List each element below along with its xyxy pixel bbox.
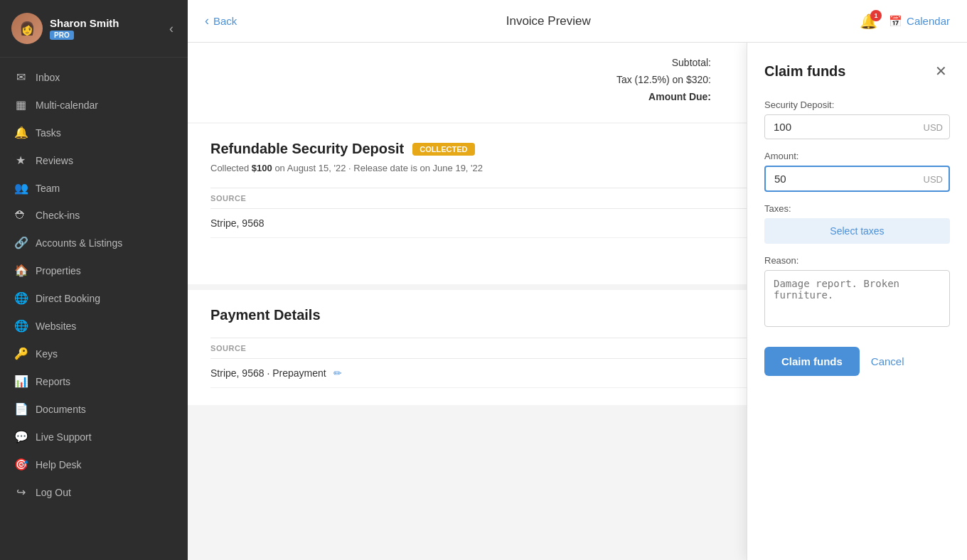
claim-panel-header: Claim funds ✕ [764, 60, 950, 82]
sidebar-item-reports[interactable]: 📊 Reports [0, 367, 188, 395]
back-label: Back [213, 15, 237, 27]
sidebar-item-label: Tasks [36, 127, 61, 139]
sidebar-item-check-ins[interactable]: ⛑ Check-ins [0, 202, 188, 229]
deposit-title: Refundable Security Deposit [210, 141, 404, 157]
reason-textarea[interactable] [764, 270, 950, 327]
calendar-icon: 📅 [889, 15, 902, 28]
close-panel-button[interactable]: ✕ [932, 60, 950, 82]
sidebar-item-accounts-listings[interactable]: 🔗 Accounts & Listings [0, 229, 188, 257]
sidebar: 👩 Sharon Smith PRO ‹ ✉ Inbox ▦ Multi-cal… [0, 0, 188, 560]
reviews-icon: ★ [14, 154, 27, 167]
cancel-button[interactable]: Cancel [871, 355, 904, 367]
team-icon: 👥 [14, 181, 27, 195]
multi-calendar-icon: ▦ [14, 98, 27, 112]
tasks-icon: 🔔 [14, 126, 27, 139]
sidebar-item-help-desk[interactable]: 🎯 Help Desk [0, 451, 188, 478]
taxes-field: Taxes: Select taxes [764, 203, 950, 244]
security-deposit-input[interactable] [764, 114, 950, 139]
header-actions: 🔔 1 📅 Calendar [860, 13, 950, 30]
live-support-icon: 💬 [14, 430, 27, 443]
sidebar-item-live-support[interactable]: 💬 Live Support [0, 423, 188, 451]
sidebar-item-label: Keys [36, 348, 58, 360]
sidebar-item-label: Accounts & Listings [36, 237, 122, 249]
sidebar-item-label: Team [36, 183, 60, 194]
select-taxes-button[interactable]: Select taxes [764, 218, 950, 244]
amount-label: Amount: [764, 151, 950, 161]
subtotal-row: Subtotal: [210, 57, 711, 68]
sidebar-header: 👩 Sharon Smith PRO ‹ [0, 0, 188, 58]
reason-field: Reason: [764, 255, 950, 330]
sidebar-item-tasks[interactable]: 🔔 Tasks [0, 119, 188, 146]
sidebar-item-label: Websites [36, 321, 76, 332]
sidebar-item-websites[interactable]: 🌐 Websites [0, 312, 188, 340]
documents-icon: 📄 [14, 402, 27, 416]
subtotal-label: Subtotal: [672, 57, 711, 68]
sidebar-item-reviews[interactable]: ★ Reviews [0, 146, 188, 174]
security-deposit-field: Security Deposit: USD [764, 99, 950, 139]
claim-panel-title: Claim funds [764, 63, 845, 80]
amount-due-label: Amount Due: [648, 91, 711, 102]
page-header: ‹ Back Invoice Preview 🔔 1 📅 Calendar [188, 0, 967, 43]
sidebar-item-label: Direct Booking [36, 293, 100, 304]
deposit-source: Stripe, 9568 [210, 217, 802, 229]
reason-label: Reason: [764, 255, 950, 266]
sidebar-item-inbox[interactable]: ✉ Inbox [0, 63, 188, 91]
websites-icon: 🌐 [14, 319, 27, 333]
back-button[interactable]: ‹ Back [205, 14, 237, 28]
sidebar-item-documents[interactable]: 📄 Documents [0, 395, 188, 423]
claim-actions: Claim funds Cancel [764, 347, 950, 376]
log-out-icon: ↪ [14, 485, 27, 499]
sidebar-collapse-button[interactable]: ‹ [166, 18, 176, 39]
sidebar-item-direct-booking[interactable]: 🌐 Direct Booking [0, 284, 188, 312]
reports-icon: 📊 [14, 375, 27, 388]
sidebar-item-label: Properties [36, 265, 81, 276]
tax-label: Tax (12.5%) on $320: [616, 74, 711, 85]
sidebar-item-label: Documents [36, 404, 86, 415]
collected-badge: COLLECTED [412, 143, 474, 156]
calendar-button[interactable]: 📅 Calendar [889, 15, 950, 28]
direct-booking-icon: 🌐 [14, 291, 27, 305]
sidebar-item-label: Log Out [36, 487, 71, 498]
sidebar-item-properties[interactable]: 🏠 Properties [0, 257, 188, 284]
sidebar-item-label: Inbox [36, 72, 60, 83]
tax-row: Tax (12.5%) on $320: [210, 74, 711, 85]
sidebar-item-log-out[interactable]: ↪ Log Out [0, 478, 188, 506]
sidebar-item-multi-calendar[interactable]: ▦ Multi-calendar [0, 91, 188, 119]
main-area: ‹ Back Invoice Preview 🔔 1 📅 Calendar Su… [188, 0, 967, 560]
source-col-header: SOURCE [210, 194, 802, 203]
amount-field: Amount: USD [764, 151, 950, 192]
sidebar-item-label: Live Support [36, 431, 92, 443]
claim-funds-button[interactable]: Claim funds [764, 347, 860, 376]
sidebar-item-keys[interactable]: 🔑 Keys [0, 340, 188, 367]
amount-due-row: Amount Due: [210, 91, 711, 102]
help-desk-icon: 🎯 [14, 458, 27, 471]
sidebar-item-label: Help Desk [36, 459, 82, 470]
page-title: Invoice Preview [506, 14, 591, 28]
sidebar-item-team[interactable]: 👥 Team [0, 174, 188, 202]
amount-input[interactable] [764, 166, 950, 192]
payment-source: Stripe, 9568 · Prepayment ✏ [210, 367, 802, 379]
claim-funds-panel: Claim funds ✕ Security Deposit: USD Amou… [747, 43, 967, 560]
accounts-listings-icon: 🔗 [14, 236, 27, 249]
chevron-left-icon: ‹ [205, 14, 209, 28]
sidebar-nav: ✉ Inbox ▦ Multi-calendar 🔔 Tasks ★ Revie… [0, 58, 188, 560]
sidebar-user: 👩 Sharon Smith PRO [11, 13, 119, 44]
calendar-label: Calendar [907, 15, 950, 27]
amount-suffix: USD [924, 173, 943, 184]
taxes-label: Taxes: [764, 203, 950, 214]
security-deposit-suffix: USD [924, 122, 943, 132]
sidebar-item-label: Check-ins [36, 210, 80, 221]
edit-icon[interactable]: ✏ [333, 367, 342, 379]
notification-count: 1 [870, 10, 882, 21]
sidebar-pro-badge: PRO [50, 31, 74, 40]
sidebar-item-label: Multi-calendar [36, 99, 98, 111]
avatar: 👩 [11, 13, 43, 44]
inbox-icon: ✉ [14, 70, 27, 84]
notifications-button[interactable]: 🔔 1 [860, 13, 877, 30]
sidebar-item-label: Reports [36, 376, 70, 387]
sidebar-username: Sharon Smith [50, 17, 119, 29]
security-deposit-label: Security Deposit: [764, 99, 950, 110]
sidebar-item-label: Reviews [36, 155, 73, 166]
content-area: Subtotal: Tax (12.5%) on $320: Amount Du… [188, 43, 967, 560]
keys-icon: 🔑 [14, 347, 27, 360]
